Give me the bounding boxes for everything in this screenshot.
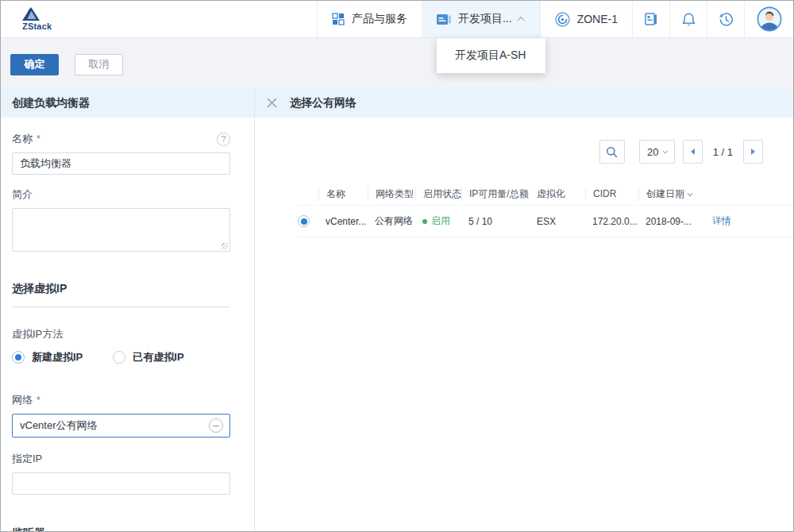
- nav-products-label: 产品与服务: [352, 12, 407, 26]
- nav-history-button[interactable]: [707, 1, 744, 37]
- status-text: 启用: [431, 214, 450, 228]
- user-avatar[interactable]: [744, 1, 793, 37]
- search-icon: [606, 146, 618, 158]
- page-size-value: 20: [647, 146, 658, 158]
- cell-ip-quota: 5 / 10: [461, 216, 530, 227]
- specify-ip-label-row: 指定IP: [12, 452, 230, 466]
- next-page-button[interactable]: [743, 140, 763, 164]
- create-loadbalancer-panel: 创建负载均衡器 名称 * ? 简介 选择虚拟IP 虚拟IP方: [1, 88, 255, 531]
- search-button[interactable]: [599, 140, 625, 164]
- name-label-row: 名称 * ?: [12, 132, 230, 146]
- document-icon: [644, 12, 658, 26]
- detail-link[interactable]: 详情: [712, 214, 731, 228]
- description-label: 简介: [12, 187, 33, 202]
- vip-method-label-row: 虚拟IP方法: [12, 327, 230, 341]
- network-selector[interactable]: [12, 414, 230, 438]
- description-label-row: 简介: [12, 187, 230, 202]
- zone-icon: [555, 12, 570, 27]
- description-textarea[interactable]: [12, 208, 230, 252]
- table-row[interactable]: vCenter... 公有网络 启用 5 / 10 ESX 172.20.0..…: [298, 205, 793, 237]
- brand-name: ZStack: [22, 21, 52, 31]
- app-window: ZStack 产品与服务 开发项目...: [0, 0, 794, 532]
- cell-virtualization: ESX: [530, 216, 585, 227]
- loadbalancer-form: 名称 * ? 简介 选择虚拟IP 虚拟IP方法: [1, 118, 254, 532]
- top-nav: 产品与服务 开发项目... ZONE-1: [317, 1, 793, 37]
- sort-caret-icon: [688, 191, 693, 196]
- project-icon: [437, 13, 451, 25]
- network-label-row: 网络 *: [12, 393, 230, 407]
- nav-project-label: 开发项目...: [458, 12, 512, 26]
- column-header-date[interactable]: 创建日期: [638, 187, 705, 201]
- prev-page-icon: [691, 148, 695, 155]
- help-icon[interactable]: ?: [217, 133, 230, 146]
- cell-type: 公有网络: [368, 214, 415, 228]
- nav-notifications-button[interactable]: [669, 1, 707, 37]
- required-mark: *: [37, 133, 40, 145]
- action-bar: 确定 取消: [1, 38, 793, 88]
- chevron-up-icon: [517, 16, 525, 24]
- resize-handle[interactable]: [222, 243, 228, 249]
- radio-new-vip-label: 新建虚拟IP: [32, 350, 83, 364]
- bell-icon: [681, 12, 696, 27]
- close-icon[interactable]: [266, 97, 278, 109]
- nav-project-selector[interactable]: 开发项目...: [422, 1, 540, 37]
- brand-logo[interactable]: ZStack: [1, 1, 112, 37]
- project-dropdown-item[interactable]: 开发项目A-SH: [437, 38, 545, 73]
- top-bar: ZStack 产品与服务 开发项目...: [1, 1, 793, 38]
- row-radio-cell: [298, 215, 318, 227]
- table-header-row: 名称 网络类型 启用状态 IP可用量/总额 虚拟化 CIDR 创建日期: [298, 183, 793, 205]
- left-panel-header: 创建负载均衡器: [1, 88, 254, 118]
- pagination-indicator: 1 / 1: [713, 146, 733, 158]
- vip-section-title: 选择虚拟IP: [12, 282, 230, 307]
- column-header-type[interactable]: 网络类型: [368, 187, 415, 201]
- vip-method-radio-group: 新建虚拟IP 已有虚拟IP: [12, 350, 230, 364]
- required-mark: *: [37, 395, 40, 406]
- network-input[interactable]: [13, 415, 209, 436]
- network-table: 名称 网络类型 启用状态 IP可用量/总额 虚拟化 CIDR 创建日期: [298, 183, 793, 237]
- column-header-virtualization[interactable]: 虚拟化: [530, 187, 585, 201]
- grid-icon: [332, 13, 345, 25]
- radio-existing-vip[interactable]: 已有虚拟IP: [113, 350, 183, 364]
- specify-ip-input[interactable]: [12, 472, 230, 495]
- name-input[interactable]: [12, 152, 230, 175]
- radio-existing-vip-label: 已有虚拟IP: [133, 350, 183, 364]
- nav-documents-button[interactable]: [632, 1, 669, 37]
- radio-new-vip[interactable]: 新建虚拟IP: [12, 350, 83, 364]
- cancel-button[interactable]: 取消: [75, 54, 123, 75]
- zstack-logo-icon: [22, 7, 40, 21]
- nav-zone-selector[interactable]: ZONE-1: [540, 1, 632, 37]
- select-network-panel: 选择公有网络 20 1 / 1: [255, 88, 793, 531]
- column-header-status[interactable]: 启用状态: [415, 187, 461, 201]
- row-radio-selected[interactable]: [298, 215, 310, 227]
- project-dropdown-menu: 开发项目A-SH: [437, 38, 545, 73]
- cell-cidr: 172.20.0...: [585, 216, 638, 227]
- prev-page-button[interactable]: [683, 140, 703, 164]
- specify-ip-label: 指定IP: [12, 452, 42, 466]
- nav-zone-label: ZONE-1: [577, 13, 618, 25]
- column-header-name[interactable]: 名称: [318, 187, 368, 201]
- history-icon: [719, 12, 734, 27]
- column-header-cidr[interactable]: CIDR: [585, 188, 638, 199]
- status-dot: [422, 219, 427, 224]
- cell-action: 详情: [705, 214, 745, 228]
- caret-down-icon: [663, 148, 669, 153]
- name-label: 名称: [12, 132, 33, 146]
- cell-status: 启用: [415, 214, 461, 228]
- left-panel-title: 创建负载均衡器: [12, 96, 90, 110]
- network-label: 网络: [12, 393, 33, 407]
- right-panel-header: 选择公有网络: [255, 88, 793, 118]
- listener-section-title: 监听器: [12, 526, 230, 532]
- column-header-ip[interactable]: IP可用量/总额: [461, 187, 530, 201]
- cell-name: vCenter...: [318, 216, 368, 227]
- vip-method-label: 虚拟IP方法: [12, 327, 63, 341]
- radio-new-vip-control[interactable]: [12, 351, 25, 364]
- cell-date: 2018-09-...: [638, 216, 705, 227]
- right-panel-title: 选择公有网络: [290, 96, 357, 110]
- nav-products-services[interactable]: 产品与服务: [317, 1, 422, 37]
- avatar-icon: [757, 6, 782, 32]
- table-toolbar: 20 1 / 1: [255, 118, 793, 164]
- remove-icon[interactable]: [209, 418, 223, 433]
- confirm-button[interactable]: 确定: [10, 54, 59, 75]
- radio-existing-vip-control[interactable]: [113, 351, 125, 364]
- page-size-select[interactable]: 20: [639, 140, 675, 164]
